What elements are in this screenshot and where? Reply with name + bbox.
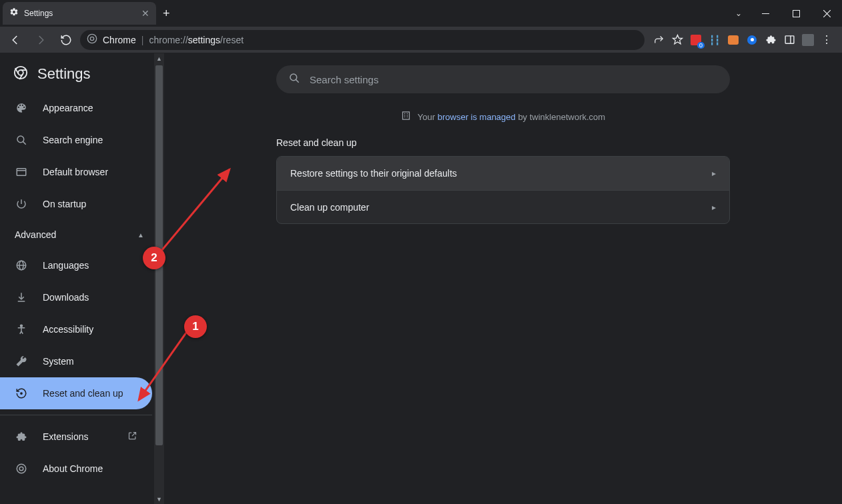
- sidebar-item-label: Downloads: [43, 292, 89, 303]
- bookmark-star-icon[interactable]: [671, 34, 683, 46]
- scroll-down-icon[interactable]: ▼: [154, 494, 164, 504]
- puzzle-icon: [15, 431, 28, 443]
- sidebar-item-search-engine[interactable]: Search engine: [0, 124, 152, 156]
- sidebar-item-on-startup[interactable]: On startup: [0, 188, 152, 220]
- sidebar-section-label: Advanced: [15, 229, 56, 240]
- settings-brand: Settings: [0, 53, 164, 92]
- managed-notice: Your browser is managed by twinklenetwor…: [401, 111, 605, 123]
- svg-marker-6: [673, 35, 682, 43]
- sidebar-item-appearance[interactable]: Appearance: [0, 92, 152, 124]
- page-title: Settings: [37, 65, 91, 83]
- open-external-icon: [127, 431, 137, 443]
- svg-rect-28: [402, 112, 409, 119]
- sidebar-item-about[interactable]: About Chrome: [0, 453, 152, 485]
- extension-icon-4[interactable]: [746, 34, 758, 46]
- sidebar-item-label: On startup: [43, 199, 86, 209]
- sidebar-item-system[interactable]: System: [0, 345, 152, 377]
- share-icon[interactable]: [653, 34, 665, 46]
- accessibility-icon: [15, 323, 28, 335]
- tab-title: Settings: [24, 9, 136, 18]
- scroll-up-icon[interactable]: ▲: [154, 53, 164, 63]
- omnibox-url: chrome://settings/reset: [149, 35, 244, 45]
- row-restore-defaults[interactable]: Restore settings to their original defau…: [277, 157, 729, 190]
- tab-strip: Settings ✕ +: [0, 0, 177, 27]
- sidebar-item-label: Default browser: [43, 167, 108, 177]
- svg-point-23: [21, 393, 22, 394]
- chrome-logo-icon: [15, 463, 28, 475]
- address-bar[interactable]: Chrome | chrome://settings/reset: [80, 30, 645, 50]
- back-button[interactable]: [4, 29, 27, 51]
- wrench-icon: [15, 355, 28, 367]
- svg-point-24: [17, 464, 26, 473]
- chrome-logo-icon: [87, 33, 97, 46]
- svg-point-4: [87, 34, 96, 43]
- sidebar-scrollbar[interactable]: ▲ ▼: [154, 53, 164, 504]
- restore-icon: [15, 387, 28, 399]
- sidebar-item-label: Accessibility: [43, 324, 93, 335]
- extension-icon-3[interactable]: [727, 34, 739, 46]
- sidebar-item-downloads[interactable]: Downloads: [0, 281, 152, 313]
- toolbar-actions: 0 ┇┇ ⋮: [647, 34, 838, 46]
- svg-rect-16: [17, 169, 26, 176]
- search-icon: [288, 72, 300, 87]
- chrome-menu-icon[interactable]: ⋮: [821, 34, 833, 46]
- reload-button[interactable]: [55, 29, 77, 51]
- search-icon: [15, 134, 28, 146]
- svg-rect-1: [793, 10, 799, 17]
- sidebar-item-reset[interactable]: Reset and clean up: [0, 377, 152, 409]
- sidebar-item-label: Search engine: [43, 135, 103, 145]
- svg-line-15: [23, 141, 25, 144]
- chrome-logo-icon: [13, 65, 28, 83]
- svg-point-22: [21, 325, 23, 327]
- chevron-right-icon: ▸: [712, 203, 716, 212]
- maximize-button[interactable]: [781, 0, 811, 27]
- sidebar-item-label: Extensions: [43, 431, 88, 442]
- chevron-up-icon: ▲: [137, 231, 144, 239]
- profile-avatar[interactable]: [802, 34, 814, 46]
- row-clean-up-computer[interactable]: Clean up computer ▸: [277, 190, 729, 223]
- tab-search-icon[interactable]: ⌄: [727, 9, 750, 18]
- sidebar-item-languages[interactable]: Languages: [0, 249, 152, 281]
- forward-button[interactable]: [29, 29, 52, 51]
- extension-icon-1[interactable]: 0: [690, 34, 702, 46]
- sidebar-item-default-browser[interactable]: Default browser: [0, 156, 152, 188]
- window-titlebar: Settings ✕ + ⌄: [0, 0, 842, 27]
- managed-link[interactable]: browser is managed: [438, 112, 516, 122]
- row-label: Restore settings to their original defau…: [290, 168, 457, 179]
- browser-tab[interactable]: Settings ✕: [3, 2, 156, 25]
- settings-page: Settings Appearance Search engine Defaul…: [0, 53, 842, 504]
- search-input[interactable]: [310, 74, 718, 85]
- sidebar-section-advanced[interactable]: Advanced ▲: [0, 220, 164, 249]
- search-settings[interactable]: [276, 65, 730, 93]
- row-label: Clean up computer: [290, 202, 369, 213]
- divider: [0, 415, 152, 415]
- close-tab-icon[interactable]: ✕: [141, 8, 149, 19]
- sidebar-item-extensions[interactable]: Extensions: [0, 421, 152, 453]
- sidebar-item-label: Reset and clean up: [43, 388, 123, 399]
- sidebar-item-accessibility[interactable]: Accessibility: [0, 313, 152, 345]
- svg-point-14: [17, 136, 24, 143]
- building-icon: [401, 111, 411, 123]
- section-heading: Reset and clean up: [276, 137, 730, 148]
- chevron-right-icon: ▸: [712, 169, 716, 178]
- svg-point-25: [19, 467, 23, 471]
- minimize-button[interactable]: [750, 0, 781, 27]
- extension-icon-2[interactable]: ┇┇: [709, 34, 721, 46]
- new-tab-button[interactable]: +: [156, 7, 177, 21]
- svg-line-27: [296, 79, 298, 82]
- close-window-button[interactable]: [811, 0, 842, 27]
- browser-icon: [15, 166, 28, 178]
- palette-icon: [15, 102, 28, 114]
- download-icon: [15, 291, 28, 303]
- window-controls: ⌄: [727, 0, 842, 27]
- scrollbar-thumb[interactable]: [155, 65, 163, 445]
- side-panel-icon[interactable]: [783, 34, 795, 46]
- extensions-puzzle-icon[interactable]: [765, 34, 777, 46]
- settings-main: Your browser is managed by twinklenetwor…: [164, 53, 842, 504]
- svg-point-5: [90, 37, 93, 40]
- sidebar-item-label: System: [43, 356, 74, 367]
- settings-sidebar: Settings Appearance Search engine Defaul…: [0, 53, 164, 504]
- reset-card: Restore settings to their original defau…: [276, 156, 730, 224]
- toolbar: Chrome | chrome://settings/reset 0 ┇┇ ⋮: [0, 27, 842, 53]
- sidebar-item-label: Languages: [43, 260, 89, 271]
